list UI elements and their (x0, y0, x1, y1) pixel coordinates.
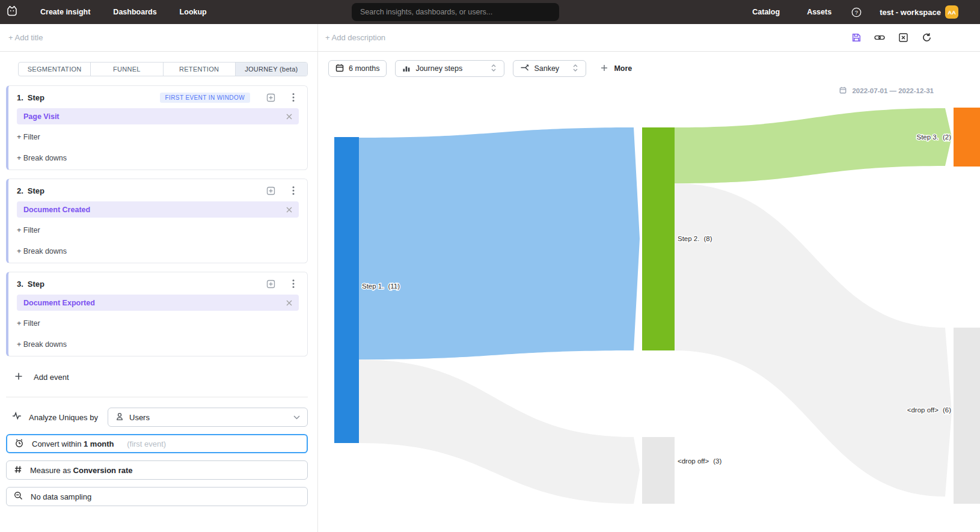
step-number: 1. (17, 93, 23, 102)
nav-assets[interactable]: Assets (807, 8, 831, 16)
analyze-label: Analyze Uniques by (29, 413, 98, 422)
sankey-flow-step2-dropoff[interactable] (675, 183, 952, 497)
add-filter-button[interactable]: + Filter (17, 133, 299, 141)
analyze-by-select[interactable]: Users (108, 408, 308, 427)
step-title: Step (28, 186, 44, 195)
event-name: Page Visit (23, 112, 60, 121)
add-title-button[interactable]: + Add title (0, 24, 318, 51)
step-card-1: 1. Step FIRST EVENT IN WINDOW Page Visit (6, 85, 308, 170)
add-description-button[interactable]: + Add description (325, 33, 385, 42)
sankey-node-step2[interactable] (642, 127, 675, 350)
sankey-node-step1[interactable] (334, 137, 359, 443)
refresh-icon[interactable] (921, 32, 932, 43)
tab-journey[interactable]: JOURNEY (beta) (236, 63, 307, 76)
up-down-chevron-icon (572, 64, 579, 74)
plus-icon (14, 372, 23, 382)
step-title: Step (28, 280, 44, 289)
sankey-label-step3: Step 3.(2) (916, 133, 951, 141)
step-title: Step (28, 93, 44, 102)
insight-header: + Add title + Add description (0, 24, 980, 52)
workspace-name[interactable]: test - workspace (880, 8, 941, 17)
nav-create-insight[interactable]: Create insight (40, 8, 90, 16)
save-icon[interactable] (851, 32, 862, 43)
sankey-icon (520, 64, 529, 74)
data-sampling-setting[interactable]: No data sampling (6, 487, 308, 506)
calendar-icon (335, 64, 344, 74)
analyze-by-value: Users (129, 413, 150, 422)
measure-as-value: Conversion rate (73, 466, 133, 475)
cat-logo-icon (5, 4, 19, 20)
remove-event-icon[interactable] (286, 300, 292, 306)
copy-link-icon[interactable] (874, 32, 885, 43)
conversion-window-value: 1 month (84, 439, 114, 448)
svg-text:?: ? (854, 9, 857, 16)
insight-type-tabs: SEGMENTATION FUNNEL RETENTION JOURNEY (b… (18, 62, 308, 76)
add-step-icon[interactable] (265, 185, 276, 196)
remove-event-icon[interactable] (286, 207, 292, 213)
sankey-label-step2: Step 2.(8) (678, 235, 712, 242)
event-name: Document Created (23, 206, 90, 214)
top-bar: Create insight Dashboards Lookup Catalog… (0, 0, 980, 24)
chevron-down-icon (293, 415, 300, 420)
sidebar-divider (6, 397, 308, 397)
up-down-chevron-icon (490, 64, 497, 74)
sankey-flow-step1-dropoff[interactable] (359, 359, 640, 504)
user-icon (115, 412, 124, 423)
app-logo[interactable] (5, 4, 19, 20)
tab-retention[interactable]: RETENTION (164, 63, 236, 76)
chart-type-select[interactable]: Sankey (513, 60, 586, 77)
add-breakdown-button[interactable]: + Break downs (17, 247, 299, 255)
search-input[interactable] (352, 3, 559, 21)
event-name: Document Exported (23, 299, 95, 307)
first-event-badge: FIRST EVENT IN WINDOW (160, 93, 250, 103)
event-pill[interactable]: Document Created (17, 201, 299, 218)
help-icon[interactable]: ? (851, 7, 862, 17)
sankey-label-dropoff-1: <drop off>(3) (678, 457, 721, 465)
tab-funnel[interactable]: FUNNEL (91, 63, 163, 76)
sankey-node-dropoff-1[interactable] (642, 437, 675, 504)
step-menu-icon[interactable] (288, 278, 299, 289)
hash-icon (14, 465, 22, 475)
date-range-button[interactable]: 6 months (328, 60, 387, 77)
add-breakdown-button[interactable]: + Break downs (17, 340, 299, 349)
nav-dashboards[interactable]: Dashboards (113, 8, 156, 16)
user-avatar[interactable]: AA (945, 5, 958, 19)
step-menu-icon[interactable] (288, 92, 299, 103)
query-sidebar: SEGMENTATION FUNNEL RETENTION JOURNEY (b… (0, 52, 318, 532)
measure-as-setting[interactable]: Measure as Conversion rate (6, 460, 308, 480)
nav-catalog[interactable]: Catalog (752, 8, 780, 16)
sankey-node-dropoff-2[interactable] (954, 328, 980, 504)
more-options-button[interactable]: More (601, 64, 632, 73)
pulse-icon (12, 411, 22, 423)
plus-icon (601, 64, 608, 73)
event-pill[interactable]: Page Visit (17, 108, 299, 124)
sankey-flow-step1-step2[interactable] (359, 127, 640, 359)
clear-insight-icon[interactable] (898, 32, 908, 43)
add-filter-button[interactable]: + Filter (17, 319, 299, 328)
tab-segmentation[interactable]: SEGMENTATION (19, 63, 91, 76)
step-menu-icon[interactable] (288, 185, 299, 196)
view-select[interactable]: Journey steps (395, 60, 504, 77)
add-event-button[interactable]: Add event (14, 372, 308, 382)
conversion-window-setting[interactable]: Convert within 1 month (first event) (6, 434, 308, 453)
add-step-icon[interactable] (265, 278, 276, 289)
chart-toolbar: 6 months Journey steps (318, 52, 980, 84)
remove-event-icon[interactable] (286, 114, 292, 120)
add-step-icon[interactable] (265, 92, 276, 103)
event-pill[interactable]: Document Exported (17, 295, 299, 311)
alarm-clock-icon (14, 438, 24, 450)
zoom-out-icon (14, 491, 23, 502)
nav-lookup[interactable]: Lookup (180, 8, 207, 16)
sankey-node-step3[interactable] (954, 108, 980, 167)
sankey-flow-step2-step3[interactable] (675, 108, 952, 183)
top-bar-right: Catalog Assets ? test - workspace AA (752, 0, 958, 24)
add-breakdown-button[interactable]: + Break downs (17, 154, 299, 162)
step-number: 2. (17, 186, 23, 195)
step-card-2: 2. Step Document Created (6, 179, 308, 263)
top-nav: Create insight Dashboards Lookup (40, 8, 207, 16)
conversion-window-hint: (first event) (127, 439, 166, 448)
sankey-label-dropoff-2: <drop off>(6) (907, 406, 951, 414)
chart-panel: 6 months Journey steps (318, 52, 980, 532)
sankey-label-step1: Step 1.(11) (362, 283, 400, 290)
add-filter-button[interactable]: + Filter (17, 226, 299, 234)
